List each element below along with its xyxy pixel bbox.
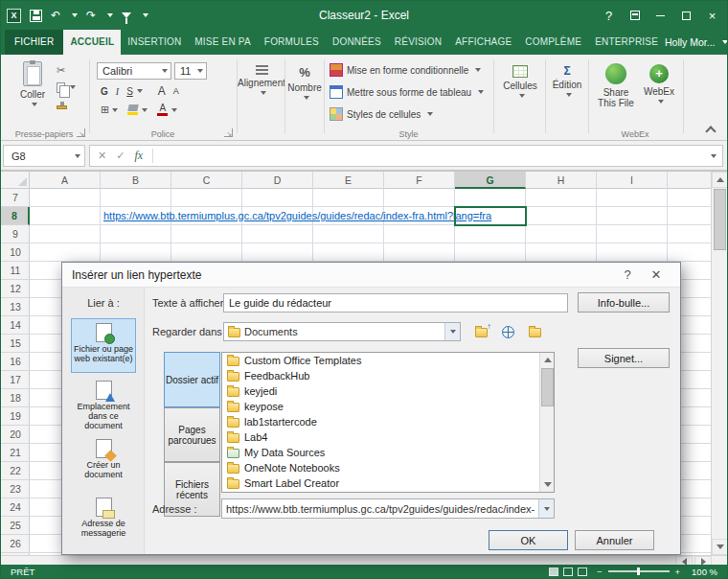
account-menu[interactable]: Holly Mor...: [665, 30, 728, 55]
vertical-scrollbar[interactable]: [711, 172, 727, 555]
list-item[interactable]: keypose: [222, 399, 554, 414]
row-header-17[interactable]: 17: [1, 371, 30, 389]
ok-button[interactable]: OK: [489, 530, 568, 550]
minimize-button[interactable]: [648, 1, 673, 30]
zoom-slider[interactable]: [608, 570, 670, 572]
column-header-i[interactable]: I: [597, 172, 668, 189]
column-header-a[interactable]: A: [30, 172, 101, 189]
row-header-19[interactable]: 19: [1, 407, 30, 426]
font-color-button[interactable]: A: [157, 104, 168, 116]
column-header-h[interactable]: H: [526, 172, 597, 189]
file-list[interactable]: Custom Office Templates FeedbackHub keyj…: [221, 352, 555, 493]
column-header-d[interactable]: D: [242, 172, 313, 189]
redo-dropdown-icon[interactable]: [107, 13, 113, 17]
zoom-level[interactable]: 100 %: [692, 567, 717, 577]
list-item[interactable]: Lab4: [222, 429, 554, 445]
row-header-20[interactable]: 20: [1, 426, 30, 444]
look-in-dropdown[interactable]: Documents: [223, 322, 461, 341]
undo-dropdown-icon[interactable]: [72, 13, 78, 17]
row-header-26[interactable]: 26: [1, 535, 30, 553]
formula-input-zone[interactable]: ✕ ✓ fx: [89, 145, 723, 167]
list-item[interactable]: FeedbackHub: [222, 368, 554, 383]
webex-button[interactable]: WebEx: [639, 59, 679, 104]
row-header-11[interactable]: 11: [1, 262, 30, 280]
row-header-7[interactable]: 7: [1, 189, 30, 207]
clipboard-dialog-launcher[interactable]: [77, 128, 85, 137]
row-header-16[interactable]: 16: [1, 353, 30, 371]
look-in-dropdown-button[interactable]: [444, 323, 460, 340]
list-scroll-down-button[interactable]: [540, 477, 555, 492]
cell-styles-button[interactable]: Styles de cellules: [330, 107, 433, 121]
bold-button[interactable]: G: [101, 86, 108, 97]
row-header-14[interactable]: 14: [1, 316, 30, 335]
browse-web-button[interactable]: [495, 322, 520, 342]
tab-formules[interactable]: FORMULES: [258, 30, 326, 55]
grow-font-button[interactable]: A: [158, 84, 166, 98]
list-item[interactable]: Smart Label Creator: [222, 475, 554, 491]
font-name-select[interactable]: Calibri: [97, 62, 171, 80]
display-text-input[interactable]: [223, 293, 568, 313]
list-item[interactable]: Custom Office Templates: [222, 353, 554, 368]
row-header-15[interactable]: 15: [1, 335, 30, 353]
zoom-in-button[interactable]: +: [675, 567, 681, 577]
borders-button[interactable]: ⊞: [101, 104, 118, 115]
zoom-out-button[interactable]: −: [597, 567, 603, 577]
maximize-button[interactable]: [673, 1, 699, 30]
redo-icon[interactable]: ↷: [86, 10, 96, 21]
share-this-file-button[interactable]: Share This File: [593, 58, 639, 108]
help-button[interactable]: ?: [596, 1, 622, 30]
column-header-b[interactable]: B: [101, 172, 171, 189]
row-header-23[interactable]: 23: [1, 480, 30, 498]
fill-color-button[interactable]: [127, 104, 138, 115]
screentip-button[interactable]: Info-bulle...: [578, 292, 670, 313]
save-icon[interactable]: [30, 10, 42, 22]
list-item[interactable]: OneNote Notebooks: [222, 460, 554, 475]
underline-dropdown-icon[interactable]: [137, 89, 143, 93]
column-header-e[interactable]: E: [313, 172, 384, 189]
file-list-scrollbar[interactable]: [539, 353, 554, 492]
undo-icon[interactable]: ↶: [51, 10, 60, 21]
tab-affichage[interactable]: AFFICHAGE: [448, 30, 518, 55]
tab-complements[interactable]: COMPLÈME: [518, 30, 588, 55]
scroll-up-button[interactable]: [712, 172, 728, 188]
column-header-c[interactable]: C: [171, 172, 242, 189]
font-size-select[interactable]: 11: [174, 62, 207, 80]
column-header-g[interactable]: G: [455, 172, 526, 189]
tab-donnees[interactable]: DONNÉES: [326, 30, 388, 55]
cancel-button[interactable]: Annuler: [575, 530, 654, 550]
cancel-entry-icon[interactable]: ✕: [98, 150, 106, 162]
link-to-create-document-option[interactable]: Créer un document: [71, 435, 136, 490]
select-all-corner[interactable]: [1, 172, 30, 189]
browse-file-button[interactable]: [522, 322, 547, 342]
column-header-f[interactable]: F: [384, 172, 455, 189]
list-item[interactable]: My Data Sources: [222, 445, 554, 460]
tab-insertion[interactable]: INSERTION: [121, 30, 188, 55]
row-header-8[interactable]: 8: [1, 207, 30, 225]
shrink-font-button[interactable]: A: [173, 86, 179, 96]
row-header-25[interactable]: 25: [1, 517, 30, 535]
current-folder-button[interactable]: Dossier actif: [164, 352, 220, 407]
link-to-existing-file-option[interactable]: Fichier ou page web existant(e): [71, 318, 136, 373]
row-header-12[interactable]: 12: [1, 280, 30, 298]
font-color-dropdown-icon[interactable]: [171, 108, 177, 112]
italic-button[interactable]: I: [116, 86, 119, 97]
close-button[interactable]: ×: [699, 1, 725, 30]
link-to-email-option[interactable]: Adresse de messagerie: [71, 494, 136, 548]
fill-color-dropdown-icon[interactable]: [142, 108, 148, 112]
row-header-24[interactable]: 24: [1, 498, 30, 517]
row-header-22[interactable]: 22: [1, 462, 30, 480]
up-one-folder-button[interactable]: [468, 322, 493, 342]
copy-button[interactable]: [57, 80, 76, 95]
expand-formula-bar-icon[interactable]: [711, 154, 717, 158]
number-button[interactable]: % Nombre: [285, 60, 324, 100]
row-header-9[interactable]: 9: [1, 225, 30, 243]
zoom-slider-thumb[interactable]: [637, 567, 640, 575]
conditional-formatting-button[interactable]: Mise en forme conditionnelle: [330, 63, 481, 77]
row-header-21[interactable]: 21: [1, 444, 30, 462]
tab-enterprise[interactable]: ENTERPRISE: [588, 30, 665, 55]
name-box[interactable]: G8: [3, 145, 85, 167]
paste-button[interactable]: Coller: [12, 57, 53, 127]
browsed-pages-button[interactable]: Pages parcourues: [164, 407, 220, 462]
tab-mise-en-page[interactable]: MISE EN PA: [188, 30, 258, 55]
enter-entry-icon[interactable]: ✓: [116, 150, 125, 162]
